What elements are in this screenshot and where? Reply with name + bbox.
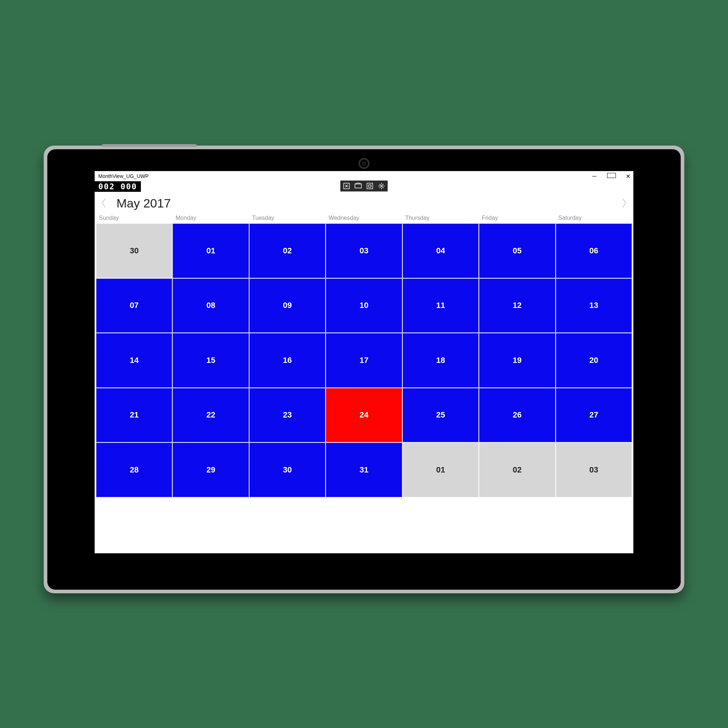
- svg-rect-1: [355, 184, 361, 188]
- day-cell[interactable]: 01: [402, 443, 479, 497]
- tablet-screen-bezel: MonthView_UG_UWP ─ ✕ 002 000: [47, 149, 681, 590]
- visual-tree-icon[interactable]: [354, 182, 362, 190]
- weekday-label: Sunday: [96, 215, 173, 221]
- day-cell[interactable]: 25: [402, 388, 479, 443]
- window-title: MonthView_UG_UWP: [97, 173, 148, 179]
- next-month-button[interactable]: [620, 196, 628, 210]
- fps-counter: 002 000: [95, 181, 141, 192]
- day-cell[interactable]: 09: [249, 278, 326, 333]
- tablet-button-ridge: [102, 144, 197, 147]
- day-cell[interactable]: 04: [402, 223, 479, 278]
- day-cell[interactable]: 30: [96, 223, 172, 278]
- day-cell[interactable]: 02: [249, 223, 326, 278]
- minimize-button[interactable]: ─: [590, 173, 598, 179]
- dev-tool-tray[interactable]: [340, 180, 388, 191]
- day-cell[interactable]: 22: [173, 388, 249, 443]
- day-cell[interactable]: 18: [402, 333, 479, 388]
- layout-bounds-icon[interactable]: [366, 182, 374, 190]
- window-titlebar: MonthView_UG_UWP ─ ✕: [95, 171, 633, 181]
- day-cell[interactable]: 14: [96, 333, 172, 388]
- day-cell[interactable]: 16: [249, 333, 326, 388]
- weekday-label: Monday: [173, 215, 249, 221]
- month-title: May 2017: [116, 196, 171, 210]
- weekday-label: Saturday: [555, 215, 632, 221]
- pointer-mode-icon[interactable]: [343, 182, 350, 190]
- svg-rect-2: [367, 183, 372, 188]
- day-cell[interactable]: 24: [326, 388, 402, 443]
- day-cell[interactable]: 21: [96, 388, 172, 443]
- day-cell[interactable]: 15: [173, 333, 249, 388]
- day-cell[interactable]: 23: [249, 388, 326, 443]
- svg-rect-3: [369, 185, 371, 187]
- weekday-label: Thursday: [402, 215, 479, 221]
- hot-reload-icon[interactable]: [378, 182, 385, 190]
- day-cell[interactable]: 29: [173, 443, 249, 497]
- day-cell[interactable]: 10: [326, 278, 402, 333]
- day-cell[interactable]: 12: [479, 278, 555, 333]
- day-cell[interactable]: 05: [479, 223, 555, 278]
- day-cell[interactable]: 13: [556, 278, 632, 333]
- day-cell[interactable]: 01: [173, 223, 249, 278]
- weekday-header: Sunday Monday Tuesday Wednesday Thursday…: [95, 213, 633, 223]
- day-cell[interactable]: 20: [556, 333, 632, 388]
- weekday-label: Tuesday: [249, 215, 326, 221]
- day-cell[interactable]: 03: [556, 443, 632, 497]
- close-button[interactable]: ✕: [624, 173, 632, 180]
- day-cell[interactable]: 28: [96, 443, 172, 497]
- weekday-label: Wednesday: [326, 215, 402, 221]
- weekday-label: Friday: [479, 215, 555, 221]
- day-cell[interactable]: 31: [326, 443, 402, 497]
- day-cell[interactable]: 03: [326, 223, 402, 278]
- app-window: MonthView_UG_UWP ─ ✕ 002 000: [95, 171, 633, 553]
- day-cell[interactable]: 27: [556, 388, 632, 443]
- day-cell[interactable]: 02: [479, 443, 555, 497]
- window-controls: ─ ✕: [590, 171, 632, 181]
- day-cell[interactable]: 17: [326, 333, 402, 388]
- prev-month-button[interactable]: [100, 196, 108, 210]
- day-cell[interactable]: 07: [96, 278, 172, 333]
- calendar-header: May 2017: [95, 191, 633, 213]
- tablet-frame: MonthView_UG_UWP ─ ✕ 002 000: [44, 145, 684, 593]
- day-cell[interactable]: 30: [249, 443, 326, 497]
- day-cell[interactable]: 11: [402, 278, 479, 333]
- day-cell[interactable]: 08: [173, 278, 249, 333]
- tablet-camera: [359, 158, 369, 169]
- maximize-button[interactable]: [607, 173, 615, 179]
- calendar-grid: 3001020304050607080910111213141516171819…: [95, 223, 633, 553]
- day-cell[interactable]: 26: [479, 388, 555, 443]
- day-cell[interactable]: 06: [556, 223, 632, 278]
- day-cell[interactable]: 19: [479, 333, 555, 388]
